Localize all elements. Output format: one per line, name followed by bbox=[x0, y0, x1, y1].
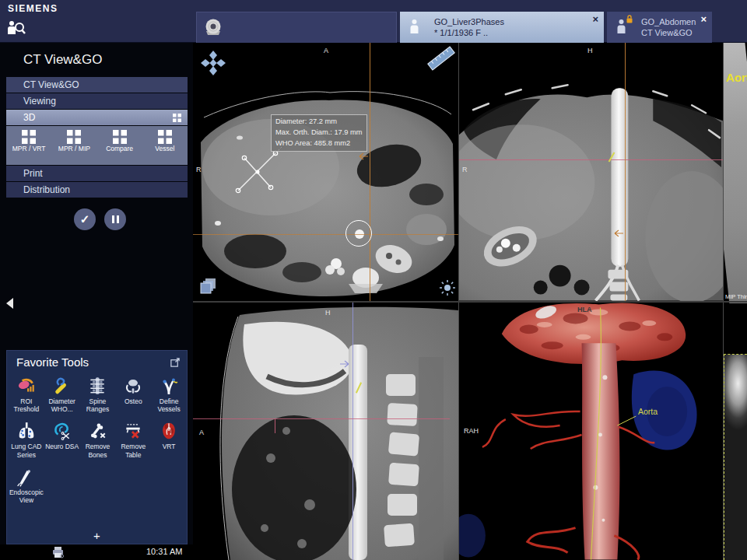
vrt-icon bbox=[159, 421, 179, 441]
stack-icon[interactable] bbox=[199, 276, 219, 296]
lock-icon bbox=[626, 15, 633, 23]
tool-lung-cad[interactable]: Lung CAD Series bbox=[9, 421, 44, 458]
open-external-icon[interactable] bbox=[170, 357, 181, 368]
tool-define-vessels[interactable]: Define Vessels bbox=[151, 376, 187, 413]
add-tool-button[interactable]: + bbox=[7, 529, 187, 542]
tab-subtitle: CT View&GO bbox=[641, 27, 700, 38]
orientation-label-top: HLA bbox=[577, 306, 592, 313]
crosshair-horizontal[interactable] bbox=[193, 234, 458, 235]
grid-layout-icon bbox=[158, 130, 172, 144]
tool-label: ROI Treshold bbox=[9, 397, 44, 413]
orientation-label-left: A bbox=[199, 429, 204, 436]
orientation-label-left: R bbox=[196, 166, 202, 173]
lung-cad-icon bbox=[16, 421, 37, 441]
layout-label: Compare bbox=[106, 145, 133, 152]
menu-item-print[interactable]: Print bbox=[6, 166, 188, 181]
crosshair-tick-arrow bbox=[339, 360, 350, 368]
pause-button[interactable] bbox=[104, 208, 126, 230]
orientation-label-top: H bbox=[587, 47, 593, 54]
crosshair-tick-arrow bbox=[613, 229, 624, 237]
brightness-icon[interactable] bbox=[439, 279, 456, 296]
sidebar: CT View&GO CT View&GO Viewing 3D MPR / V… bbox=[0, 43, 193, 544]
viewport-sagittal[interactable]: H A bbox=[193, 303, 458, 560]
printer-icon[interactable] bbox=[51, 546, 65, 558]
tab-subtitle: * 1/1/1936 F .. bbox=[434, 27, 590, 38]
tool-diameter-who[interactable]: Diameter WHO... bbox=[44, 376, 80, 413]
grid-layout-icon bbox=[113, 130, 127, 144]
menu-header-ct-viewgo[interactable]: CT View&GO bbox=[6, 77, 188, 93]
osteo-icon bbox=[123, 376, 143, 396]
roi-treshold-icon bbox=[16, 376, 37, 396]
layout-compare-button[interactable]: Compare bbox=[100, 130, 140, 165]
crosshair-vertical[interactable] bbox=[625, 43, 626, 301]
crosshair-vertical[interactable] bbox=[352, 303, 353, 560]
pan-icon[interactable] bbox=[199, 49, 227, 77]
close-icon[interactable]: × bbox=[700, 13, 707, 25]
viewport-coronal[interactable]: H R bbox=[459, 43, 723, 301]
layout-mpr-mip-button[interactable]: MPR / MIP bbox=[54, 130, 94, 165]
aorta-annotation-label: Aorta bbox=[638, 407, 658, 416]
remove-table-icon bbox=[123, 421, 143, 441]
remove-bones-icon bbox=[87, 421, 107, 441]
empty-tab-strip[interactable] bbox=[196, 12, 397, 43]
mip-slab-image: Aorta MIP Thin bbox=[724, 43, 747, 303]
side-panel-aorta-label: Aorta bbox=[726, 71, 747, 84]
3d-layouts-panel: MPR / VRT MPR / MIP Compare Vessel bbox=[6, 126, 188, 165]
page-title: CT View&GO bbox=[23, 52, 102, 68]
selected-segment-panel bbox=[724, 354, 747, 560]
tab-go-liver3phases[interactable]: GO_Liver3Phases * 1/1/1936 F .. × bbox=[400, 12, 604, 43]
favorite-tools-grid: ROI Treshold Diameter WHO... Spine Range… bbox=[9, 376, 187, 504]
vrt-3d-rendering bbox=[459, 303, 723, 560]
aorta-circle-annotation[interactable] bbox=[345, 220, 372, 247]
tool-label: Spine Ranges bbox=[80, 397, 116, 413]
patient-icon bbox=[409, 19, 419, 34]
ruler-icon[interactable] bbox=[425, 44, 458, 72]
layout-mpr-vrt-button[interactable]: MPR / VRT bbox=[9, 130, 49, 165]
menu-item-viewing[interactable]: Viewing bbox=[6, 93, 188, 109]
viewport-axial[interactable]: Diameter: 27.2 mm Max. Orth. Diam.: 17.9… bbox=[193, 43, 458, 301]
check-icon: ✓ bbox=[80, 212, 90, 226]
measurement-tooltip: Diameter: 27.2 mm Max. Orth. Diam.: 17.9… bbox=[271, 114, 367, 152]
define-vessels-icon bbox=[159, 376, 179, 396]
tool-neuro-dsa[interactable]: Neuro DSA bbox=[44, 421, 80, 458]
close-icon[interactable]: × bbox=[592, 13, 598, 25]
status-bar: 10:31 AM bbox=[0, 544, 193, 560]
sagittal-ct-image bbox=[193, 303, 458, 560]
confirm-button[interactable]: ✓ bbox=[74, 208, 96, 230]
diameter-who-icon bbox=[52, 376, 72, 396]
tab-title: GO_Abdomen bbox=[641, 16, 700, 27]
tool-endoscopic-view[interactable]: Endoscopic View bbox=[9, 467, 44, 504]
crosshair-tick bbox=[275, 418, 275, 433]
top-bar: SIEMENS GO_Liver3Phases * 1/1/1936 F .. … bbox=[0, 0, 747, 43]
tool-roi-treshold[interactable]: ROI Treshold bbox=[9, 376, 44, 413]
layout-vessel-button[interactable]: Vessel bbox=[145, 130, 185, 165]
crosshair-horizontal[interactable] bbox=[459, 159, 723, 160]
tool-remove-bones[interactable]: Remove Bones bbox=[80, 421, 116, 458]
endoscopic-view-icon bbox=[16, 467, 37, 487]
layout-label: MPR / VRT bbox=[12, 145, 46, 152]
sidebar-collapse-arrow-icon[interactable] bbox=[1, 298, 13, 309]
tool-spine-ranges[interactable]: Spine Ranges bbox=[80, 376, 116, 413]
tab-go-abdomen[interactable]: GO_Abdomen CT View&GO × bbox=[607, 12, 712, 43]
measurement-diameter: Diameter: 27.2 mm bbox=[275, 117, 363, 128]
grid-layout-icon bbox=[67, 130, 81, 144]
measurement-orth-diameter: Max. Orth. Diam.: 17.9 mm bbox=[275, 128, 363, 138]
patient-search-icon[interactable] bbox=[6, 19, 26, 39]
tool-osteo[interactable]: Osteo bbox=[115, 376, 151, 413]
viewport-divider bbox=[193, 301, 747, 303]
crosshair-horizontal[interactable] bbox=[193, 418, 450, 419]
image-viewer: Diameter: 27.2 mm Max. Orth. Diam.: 17.9… bbox=[193, 43, 747, 560]
viewport-vrt-3d[interactable]: Aorta HLA RAH bbox=[459, 303, 723, 560]
crosshair-tick-arrow bbox=[358, 152, 369, 160]
orientation-label-top: H bbox=[325, 309, 331, 317]
tool-label: Diameter WHO... bbox=[44, 397, 80, 413]
crosshair-vertical[interactable] bbox=[370, 43, 370, 301]
tool-label: Neuro DSA bbox=[45, 443, 79, 450]
menu-item-3d[interactable]: 3D bbox=[6, 110, 188, 125]
tool-remove-table[interactable]: Remove Table bbox=[115, 421, 151, 458]
main-menu: CT View&GO Viewing 3D MPR / VRT MPR / MI… bbox=[6, 77, 188, 198]
orientation-label-left: R bbox=[462, 166, 468, 173]
tool-vrt[interactable]: VRT bbox=[151, 421, 187, 458]
menu-item-distribution[interactable]: Distribution bbox=[6, 182, 188, 198]
siemens-logo: SIEMENS bbox=[8, 3, 58, 14]
